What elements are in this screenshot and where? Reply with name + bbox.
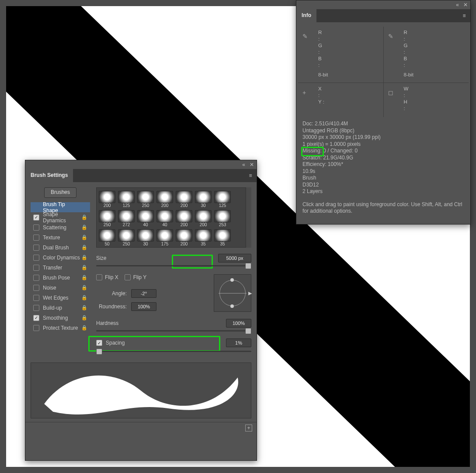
brush-option-shape-dynamics[interactable]: ✓Shape Dynamics🔒 <box>31 212 90 222</box>
info-panel: « ✕ Info ≡ ✎ R : G : B : 8-bit ✎ R : G : <box>296 0 471 224</box>
roundness-input[interactable]: 100% <box>131 302 156 311</box>
collapse-icon[interactable]: « <box>242 162 245 168</box>
brush-thumb-grid[interactable]: 2001252502002003012525027240402002002535… <box>96 187 251 248</box>
document-status-text: Doc: 2.51G/410.4MUntagged RGB (8bpc)3000… <box>296 117 470 195</box>
spacing-slider[interactable] <box>96 351 251 352</box>
brush-option-texture[interactable]: Texture🔒 <box>31 232 90 242</box>
size-input[interactable]: 5000 px <box>218 254 251 262</box>
thumb-scrollbar[interactable] <box>246 187 251 248</box>
brush-thumb[interactable]: 125 <box>213 189 232 208</box>
brush-thumb[interactable]: 50 <box>97 227 117 246</box>
brush-thumb[interactable]: 125 <box>117 189 136 208</box>
angle-control[interactable]: ▶ <box>214 274 251 312</box>
angle-label: Angle: <box>96 290 127 297</box>
brush-thumb[interactable]: 250 <box>136 189 155 208</box>
size-label: Size <box>96 255 127 261</box>
brush-settings-panel: « ✕ Brush Settings ≡ Brushes Brush Tip S… <box>25 160 257 461</box>
flip-x-checkbox[interactable]: Flip X <box>96 274 118 280</box>
brush-option-dual-brush[interactable]: Dual Brush🔒 <box>31 242 90 252</box>
brush-option-noise[interactable]: Noise🔒 <box>31 283 90 293</box>
panel-menu-icon[interactable]: ≡ <box>244 169 257 182</box>
brush-thumb[interactable]: 35 <box>213 227 232 246</box>
hardness-label: Hardness <box>96 320 127 326</box>
spacing-input[interactable]: 1% <box>226 338 251 347</box>
brush-thumb[interactable]: 200 <box>97 189 117 208</box>
new-preset-icon[interactable]: + <box>245 425 252 432</box>
rgb-readout-2: R : G : B : <box>404 29 465 69</box>
hardness-input[interactable]: 100% <box>226 319 251 328</box>
brush-option-brush-pose[interactable]: Brush Pose🔒 <box>31 273 90 283</box>
brush-option-scattering[interactable]: Scattering🔒 <box>31 222 90 232</box>
dimensions-icon: ◻ <box>388 89 393 96</box>
brush-thumb[interactable]: 175 <box>155 227 174 246</box>
brush-thumb[interactable]: 200 <box>174 189 194 208</box>
brush-thumb[interactable]: 200 <box>155 189 174 208</box>
brush-thumb[interactable]: 253 <box>213 208 232 227</box>
hardness-slider[interactable] <box>96 330 251 331</box>
tool-tip-text: Click and drag to paint using foreground… <box>296 195 470 214</box>
close-icon[interactable]: ✕ <box>463 2 468 8</box>
size-slider[interactable] <box>96 265 251 266</box>
brush-thumb[interactable]: 250 <box>117 227 136 246</box>
roundness-label: Roundness: <box>96 304 127 310</box>
brush-preview <box>31 363 251 418</box>
panel-menu-icon[interactable]: ≡ <box>458 9 470 22</box>
eyedropper-icon: ✎ <box>302 33 308 40</box>
flip-y-checkbox[interactable]: Flip Y <box>125 274 146 280</box>
brush-thumb[interactable]: 250 <box>97 208 117 227</box>
info-tab[interactable]: Info <box>296 9 316 22</box>
brush-option-transfer[interactable]: Transfer🔒 <box>31 262 90 273</box>
brush-thumb[interactable]: 40 <box>155 208 174 227</box>
crosshair-icon: + <box>302 89 306 96</box>
close-icon[interactable]: ✕ <box>250 162 254 168</box>
brush-thumb[interactable]: 200 <box>194 208 213 227</box>
brush-option-color-dynamics[interactable]: Color Dynamics🔒 <box>31 252 90 262</box>
brush-option-smoothing[interactable]: ✓Smoothing🔒 <box>31 313 90 323</box>
brush-settings-tab[interactable]: Brush Settings <box>25 169 73 182</box>
wh-readout: W : H : <box>404 86 465 112</box>
brush-option-protect-texture[interactable]: Protect Texture🔒 <box>31 323 90 333</box>
brush-thumb[interactable]: 40 <box>136 208 155 227</box>
brush-thumb[interactable]: 200 <box>174 227 194 246</box>
xy-readout: X : Y : <box>318 86 379 105</box>
angle-input[interactable]: -2° <box>131 289 156 298</box>
rgb-readout-1: R : G : B : <box>318 29 379 69</box>
brush-thumb[interactable]: 30 <box>136 227 155 246</box>
spacing-checkbox[interactable]: ✓ Spacing <box>96 340 125 346</box>
brush-thumb[interactable]: 200 <box>174 208 194 227</box>
brush-thumb[interactable]: 35 <box>194 227 213 246</box>
brush-thumb[interactable]: 272 <box>117 208 136 227</box>
collapse-icon[interactable]: « <box>456 2 459 8</box>
brushes-button[interactable]: Brushes <box>44 187 76 198</box>
brush-thumb[interactable]: 30 <box>194 189 213 208</box>
brush-option-wet-edges[interactable]: Wet Edges🔒 <box>31 293 90 303</box>
eyedropper-icon: ✎ <box>388 33 393 40</box>
brush-option-build-up[interactable]: Build-up🔒 <box>31 303 90 313</box>
